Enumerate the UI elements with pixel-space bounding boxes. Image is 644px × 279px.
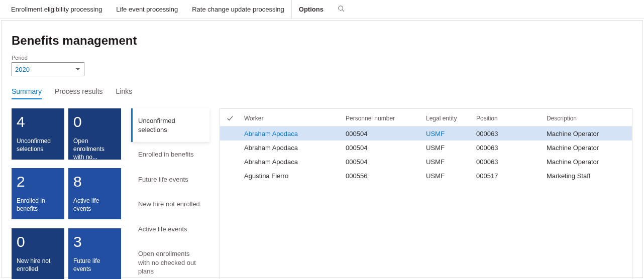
tile-label: Enrolled in benefits — [17, 197, 59, 213]
tile-count: 0 — [17, 233, 59, 250]
ribbon-rate-change[interactable]: Rate change update processing — [185, 0, 291, 19]
page-title: Benefits management — [12, 34, 632, 48]
cell-worker[interactable]: Abraham Apodaca — [240, 144, 346, 152]
ribbon-life-event[interactable]: Life event processing — [109, 0, 185, 19]
category-active-life-events[interactable]: Active life events — [131, 217, 209, 242]
tile-label: Unconfirmed selections — [17, 137, 59, 153]
cell-description: Machine Operator — [547, 130, 632, 137]
tile-enrolled-in-benefits[interactable]: 2 Enrolled in benefits — [12, 168, 64, 219]
tile-label: Active life events — [73, 197, 116, 213]
tile-count: 8 — [73, 173, 116, 190]
period-label: Period — [12, 55, 632, 61]
cell-personnel: 000504 — [346, 144, 426, 152]
cell-legal[interactable]: USMF — [426, 144, 476, 152]
category-unconfirmed-selections[interactable]: Unconfirmed selections — [131, 108, 209, 142]
tab-process-results[interactable]: Process results — [55, 87, 103, 99]
table-row[interactable]: Agustina Fierro 000556 USMF 000517 Marke… — [220, 169, 632, 183]
svg-point-0 — [339, 6, 343, 10]
cell-worker[interactable]: Abraham Apodaca — [240, 158, 346, 166]
data-grid: Worker Personnel number Legal entity Pos… — [220, 108, 632, 279]
cell-description: Machine Operator — [547, 144, 632, 152]
search-icon[interactable] — [331, 5, 352, 14]
table-row[interactable]: Abraham Apodaca 000504 USMF 000063 Machi… — [220, 155, 632, 169]
category-panel: Unconfirmed selections Enrolled in benef… — [131, 108, 209, 279]
tile-new-hire-not-enrolled[interactable]: 0 New hire not enrolled — [12, 228, 64, 279]
ribbon-options[interactable]: Options — [291, 0, 331, 19]
cell-position: 000063 — [476, 130, 547, 137]
cell-personnel: 000556 — [346, 172, 426, 180]
tile-label: Open enrollments with no... — [73, 137, 116, 162]
table-row[interactable]: Abraham Apodaca 000504 USMF 000063 Machi… — [220, 141, 632, 155]
tile-count: 2 — [17, 173, 59, 190]
tab-summary[interactable]: Summary — [12, 87, 42, 99]
cell-legal[interactable]: USMF — [426, 130, 476, 137]
col-header-position[interactable]: Position — [476, 115, 547, 122]
grid-header: Worker Personnel number Legal entity Pos… — [220, 113, 632, 126]
cell-worker[interactable]: Agustina Fierro — [240, 172, 346, 180]
tab-links[interactable]: Links — [116, 87, 133, 99]
page-content: Benefits management Period 2020 Summary … — [1, 20, 643, 278]
tile-label: Future life events — [73, 257, 116, 273]
cell-personnel: 000504 — [346, 158, 426, 166]
tile-count: 4 — [17, 113, 59, 130]
cell-position: 000063 — [476, 144, 547, 152]
category-new-hire-not-enrolled[interactable]: New hire not enrolled — [131, 192, 209, 217]
tile-label: New hire not enrolled — [17, 257, 59, 273]
cell-position: 000063 — [476, 158, 547, 166]
category-future-life-events[interactable]: Future life events — [131, 167, 209, 192]
tabs: Summary Process results Links — [12, 87, 632, 99]
tile-unconfirmed-selections[interactable]: 4 Unconfirmed selections — [12, 108, 64, 160]
col-header-worker[interactable]: Worker — [240, 115, 346, 122]
period-select[interactable]: 2020 — [12, 62, 84, 76]
ribbon-enrollment-eligibility[interactable]: Enrollment eligibility processing — [4, 0, 109, 19]
grid-body: Abraham Apodaca 000504 USMF 000063 Machi… — [220, 126, 632, 183]
category-enrolled-in-benefits[interactable]: Enrolled in benefits — [131, 142, 209, 167]
col-header-legal[interactable]: Legal entity — [426, 115, 476, 122]
table-row[interactable]: Abraham Apodaca 000504 USMF 000063 Machi… — [220, 126, 632, 141]
cell-personnel: 000504 — [346, 130, 426, 137]
tile-future-life-events[interactable]: 3 Future life events — [68, 228, 121, 279]
col-header-personnel[interactable]: Personnel number — [346, 115, 426, 122]
cell-legal[interactable]: USMF — [426, 158, 476, 166]
top-ribbon: Enrollment eligibility processing Life e… — [0, 0, 644, 19]
cell-description: Marketing Staff — [547, 172, 632, 180]
tile-open-enrollments[interactable]: 0 Open enrollments with no... — [68, 108, 121, 160]
svg-line-1 — [343, 10, 345, 12]
cell-position: 000517 — [476, 172, 547, 180]
cell-description: Machine Operator — [547, 158, 632, 166]
select-all-check-icon[interactable] — [220, 115, 240, 122]
category-open-enrollments-no-plans[interactable]: Open enrollments with no checked out pla… — [131, 241, 209, 279]
cell-legal[interactable]: USMF — [426, 172, 476, 180]
tile-count: 0 — [73, 113, 116, 130]
tile-active-life-events[interactable]: 8 Active life events — [68, 168, 121, 219]
col-header-description[interactable]: Description — [547, 115, 632, 122]
tiles-grid: 4 Unconfirmed selections 0 Open enrollme… — [12, 108, 121, 279]
tile-count: 3 — [73, 233, 116, 250]
cell-worker[interactable]: Abraham Apodaca — [240, 130, 346, 137]
